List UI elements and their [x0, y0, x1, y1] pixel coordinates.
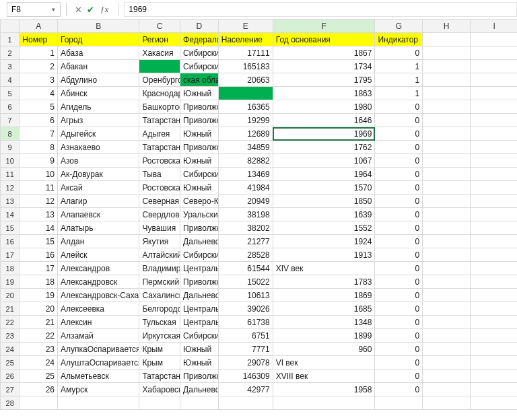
cell[interactable]: 0: [375, 248, 423, 262]
cell[interactable]: [423, 235, 471, 248]
select-all-corner[interactable]: [1, 20, 20, 33]
cell[interactable]: 0: [375, 316, 423, 329]
cell[interactable]: Северо-Кавказский: [180, 195, 219, 208]
cell[interactable]: Алапаевск: [57, 208, 139, 221]
cell[interactable]: [423, 383, 471, 396]
cell[interactable]: 19: [20, 289, 58, 302]
column-header-D[interactable]: D: [180, 20, 219, 33]
cell[interactable]: 34859: [218, 141, 273, 154]
cell[interactable]: Абакан: [57, 60, 139, 73]
cell[interactable]: 7: [20, 127, 58, 141]
cell[interactable]: 1913: [273, 248, 375, 262]
cell[interactable]: 18: [20, 275, 58, 289]
row-header[interactable]: 14: [1, 208, 20, 221]
cell[interactable]: 0: [375, 370, 423, 383]
cell[interactable]: [423, 329, 471, 343]
cell[interactable]: [471, 248, 517, 262]
cell[interactable]: 1762: [273, 141, 375, 154]
cell[interactable]: 12689: [218, 127, 273, 141]
column-header-C[interactable]: C: [139, 20, 180, 33]
row-header[interactable]: 24: [1, 343, 20, 356]
cell[interactable]: 1685: [273, 302, 375, 316]
cell[interactable]: 0: [375, 141, 423, 154]
cell[interactable]: [423, 73, 471, 87]
cell[interactable]: 0: [375, 208, 423, 221]
cell[interactable]: [423, 154, 471, 168]
cell[interactable]: [423, 396, 471, 410]
cell[interactable]: Абаза: [57, 46, 139, 60]
cell[interactable]: [471, 343, 517, 356]
cell[interactable]: [471, 221, 517, 235]
row-header[interactable]: 22: [1, 316, 20, 329]
cell[interactable]: Хакасия: [139, 46, 180, 60]
cell[interactable]: 9: [20, 154, 58, 168]
cell[interactable]: 0: [375, 127, 423, 141]
cell[interactable]: [423, 60, 471, 73]
cell[interactable]: Алатырь: [57, 221, 139, 235]
cell[interactable]: 1867: [273, 46, 375, 60]
row-header[interactable]: 28: [1, 396, 20, 410]
cell[interactable]: 20949: [218, 195, 273, 208]
cell[interactable]: Город: [57, 33, 139, 46]
cell[interactable]: Абдулино: [57, 73, 139, 87]
cell[interactable]: Южный: [180, 154, 219, 168]
cell[interactable]: Аксай: [57, 181, 139, 195]
cell[interactable]: [139, 396, 180, 410]
cell[interactable]: [423, 316, 471, 329]
cell[interactable]: [471, 168, 517, 181]
cell[interactable]: Свердловская: [139, 208, 180, 221]
cell[interactable]: Александровск-Сахалинский: [57, 289, 139, 302]
cell[interactable]: Алейск: [57, 248, 139, 262]
cell[interactable]: 0: [375, 46, 423, 60]
cell[interactable]: 1646: [273, 114, 375, 127]
cell[interactable]: Алексин: [57, 316, 139, 329]
cell[interactable]: [471, 289, 517, 302]
cell[interactable]: Южный: [180, 343, 219, 356]
cell[interactable]: 13: [20, 208, 58, 221]
cell[interactable]: 29078: [218, 356, 273, 370]
cell[interactable]: 20: [20, 302, 58, 316]
cell[interactable]: Татарстан: [139, 114, 180, 127]
cell[interactable]: Оренбургская: [139, 73, 180, 87]
cell[interactable]: 11: [20, 181, 58, 195]
cell[interactable]: [471, 195, 517, 208]
cell[interactable]: 25: [20, 370, 58, 383]
cell[interactable]: 22: [20, 329, 58, 343]
cell[interactable]: [273, 396, 375, 410]
cell[interactable]: 1899: [273, 329, 375, 343]
cell[interactable]: Тыва: [139, 168, 180, 181]
row-header[interactable]: 1: [1, 33, 20, 46]
cell[interactable]: 0: [375, 356, 423, 370]
cell[interactable]: 1639: [273, 208, 375, 221]
cell[interactable]: 1980: [273, 100, 375, 114]
cell[interactable]: Абинск: [57, 87, 139, 100]
cell[interactable]: Ростовская: [139, 154, 180, 168]
cell[interactable]: Агидель: [57, 100, 139, 114]
cell[interactable]: Сибирский: [180, 60, 219, 73]
cell[interactable]: [423, 141, 471, 154]
cell[interactable]: Сибирский: [180, 46, 219, 60]
cell[interactable]: Башкортостан: [139, 100, 180, 114]
cell[interactable]: [423, 302, 471, 316]
row-header[interactable]: 20: [1, 289, 20, 302]
cell[interactable]: [375, 396, 423, 410]
cell[interactable]: [423, 114, 471, 127]
cell[interactable]: [423, 168, 471, 181]
fx-icon[interactable]: ƒx: [100, 4, 108, 15]
cell[interactable]: [471, 302, 517, 316]
cell[interactable]: [139, 60, 180, 73]
row-header[interactable]: 11: [1, 168, 20, 181]
row-header[interactable]: 3: [1, 60, 20, 73]
column-header-F[interactable]: F: [273, 20, 375, 33]
cell[interactable]: Алдан: [57, 235, 139, 248]
cell[interactable]: [471, 356, 517, 370]
cell[interactable]: Александровск: [57, 275, 139, 289]
cell[interactable]: Алексеевка: [57, 302, 139, 316]
cell[interactable]: 16: [20, 248, 58, 262]
spreadsheet-grid[interactable]: ABCDEFGHI 1НомерГородРегионФедеральный о…: [0, 19, 517, 420]
row-header[interactable]: 2: [1, 46, 20, 60]
cell[interactable]: [423, 262, 471, 275]
cell[interactable]: [423, 195, 471, 208]
cell[interactable]: 1850: [273, 195, 375, 208]
cell[interactable]: 1067: [273, 154, 375, 168]
